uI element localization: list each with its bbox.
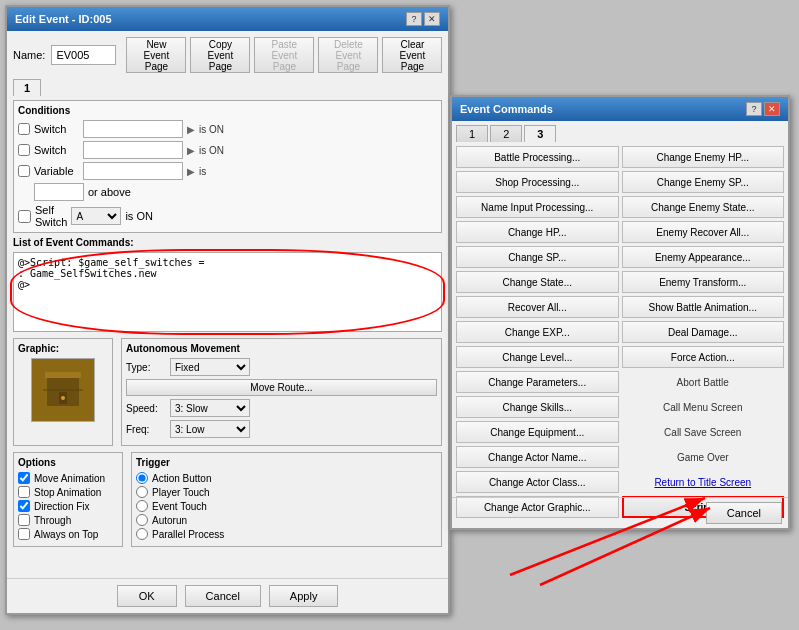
- trigger-autorun-radio[interactable]: [136, 514, 148, 526]
- speed-label: Speed:: [126, 403, 166, 414]
- variable-label: Variable: [34, 165, 79, 177]
- cancel-button-main[interactable]: Cancel: [185, 585, 261, 607]
- change-exp-button[interactable]: Change EXP...: [456, 321, 619, 343]
- switch2-row: Switch ▶ is ON: [18, 141, 437, 159]
- options-box: Options Move Animation Stop Animation Di…: [13, 452, 123, 547]
- ec-help-button[interactable]: ?: [746, 102, 762, 116]
- variable-spinner[interactable]: [34, 183, 84, 201]
- battle-processing-button[interactable]: Battle Processing...: [456, 146, 619, 168]
- game-over-text[interactable]: Game Over: [622, 446, 785, 468]
- ok-button[interactable]: OK: [117, 585, 177, 607]
- variable-input[interactable]: [83, 162, 183, 180]
- ec-tab-3[interactable]: 3: [524, 125, 556, 142]
- variable-row: Variable ▶ is: [18, 162, 437, 180]
- switch2-input[interactable]: [83, 141, 183, 159]
- main-window-title: Edit Event - ID:005: [15, 13, 112, 25]
- graphic-preview[interactable]: [31, 358, 95, 422]
- ec-tab-2[interactable]: 2: [490, 125, 522, 142]
- trigger-player-touch-radio[interactable]: [136, 486, 148, 498]
- type-select[interactable]: Fixed Random Approach Custom: [170, 358, 250, 376]
- close-button[interactable]: ✕: [424, 12, 440, 26]
- trigger-action-button-radio[interactable]: [136, 472, 148, 484]
- change-level-button[interactable]: Change Level...: [456, 346, 619, 368]
- apply-button[interactable]: Apply: [269, 585, 339, 607]
- delete-event-page-button[interactable]: DeleteEvent Page: [318, 37, 378, 73]
- change-skills-button[interactable]: Change Skills...: [456, 396, 619, 418]
- enemy-appearance-button[interactable]: Enemy Appearance...: [622, 246, 785, 268]
- event-commands-list[interactable]: @>Script: $game_self_switches = : Game_S…: [13, 252, 442, 332]
- enemy-transform-button[interactable]: Enemy Transform...: [622, 271, 785, 293]
- variable-checkbox[interactable]: [18, 165, 30, 177]
- switch2-checkbox[interactable]: [18, 144, 30, 156]
- always-on-top-checkbox[interactable]: [18, 528, 30, 540]
- ec-title-bar: Event Commands ? ✕: [452, 97, 788, 121]
- through-label: Through: [34, 515, 71, 526]
- clear-event-page-button[interactable]: ClearEvent Page: [382, 37, 442, 73]
- abort-battle-text[interactable]: Abort Battle: [622, 371, 785, 393]
- shop-processing-button[interactable]: Shop Processing...: [456, 171, 619, 193]
- change-state-button[interactable]: Change State...: [456, 271, 619, 293]
- trigger-autorun-label: Autorun: [152, 515, 187, 526]
- ec-close-button[interactable]: ✕: [764, 102, 780, 116]
- trigger-event-touch-radio[interactable]: [136, 500, 148, 512]
- change-enemy-sp-button[interactable]: Change Enemy SP...: [622, 171, 785, 193]
- new-event-page-button[interactable]: NewEvent Page: [126, 37, 186, 73]
- switch1-checkbox[interactable]: [18, 123, 30, 135]
- ec-tab-1[interactable]: 1: [456, 125, 488, 142]
- trigger-parallel-process-radio[interactable]: [136, 528, 148, 540]
- name-label: Name:: [13, 49, 45, 61]
- move-route-button[interactable]: Move Route...: [126, 379, 437, 396]
- switch1-input[interactable]: [83, 120, 183, 138]
- force-action-button[interactable]: Force Action...: [622, 346, 785, 368]
- ec-cancel-button[interactable]: Cancel: [706, 502, 782, 524]
- direction-fix-checkbox[interactable]: [18, 500, 30, 512]
- name-input-processing-button[interactable]: Name Input Processing...: [456, 196, 619, 218]
- freq-row: Freq: 1: Lowest 2: Lower 3: Low 4: High …: [126, 420, 437, 438]
- toolbar-buttons: NewEvent Page CopyEvent Page PasteEvent …: [126, 37, 442, 73]
- svg-point-3: [61, 396, 65, 400]
- change-enemy-state-button[interactable]: Change Enemy State...: [622, 196, 785, 218]
- trigger-event-touch-label: Event Touch: [152, 501, 207, 512]
- show-battle-animation-button[interactable]: Show Battle Animation...: [622, 296, 785, 318]
- change-hp-button[interactable]: Change HP...: [456, 221, 619, 243]
- return-to-title-screen-text[interactable]: Return to Title Screen: [622, 471, 785, 493]
- move-animation-label: Move Animation: [34, 473, 105, 484]
- options-trigger-section: Options Move Animation Stop Animation Di…: [13, 452, 442, 547]
- name-input[interactable]: [51, 45, 116, 65]
- change-parameters-button[interactable]: Change Parameters...: [456, 371, 619, 393]
- ec-body: Battle Processing... Change Enemy HP... …: [452, 142, 788, 522]
- through-checkbox[interactable]: [18, 514, 30, 526]
- change-equipment-button[interactable]: Change Equipment...: [456, 421, 619, 443]
- move-animation-row: Move Animation: [18, 472, 118, 484]
- trigger-action-button-label: Action Button: [152, 473, 211, 484]
- self-switch-checkbox[interactable]: [18, 210, 31, 223]
- lower-section: Graphic: Autonomous Movement: [13, 338, 442, 446]
- change-enemy-hp-button[interactable]: Change Enemy HP...: [622, 146, 785, 168]
- speed-select[interactable]: 1: Slowest 2: Slower 3: Slow 4: Fast 5: …: [170, 399, 250, 417]
- change-actor-name-button[interactable]: Change Actor Name...: [456, 446, 619, 468]
- freq-select[interactable]: 1: Lowest 2: Lower 3: Low 4: High 5: Hig…: [170, 420, 250, 438]
- move-animation-checkbox[interactable]: [18, 472, 30, 484]
- deal-damage-button[interactable]: Deal Damage...: [622, 321, 785, 343]
- copy-event-page-button[interactable]: CopyEvent Page: [190, 37, 250, 73]
- conditions-title: Conditions: [18, 105, 437, 116]
- event-command-line-3: @>: [18, 279, 437, 290]
- trigger-action-button-row: Action Button: [136, 472, 437, 484]
- self-switch-select[interactable]: ABCD: [71, 207, 121, 225]
- event-commands-panel: Event Commands ? ✕ 1 2 3 Battle Processi…: [450, 95, 790, 530]
- tab-1[interactable]: 1: [13, 79, 41, 96]
- enemy-recover-all-button[interactable]: Enemy Recover All...: [622, 221, 785, 243]
- switch2-arrow: ▶: [187, 145, 195, 156]
- call-menu-screen-text[interactable]: Call Menu Screen: [622, 396, 785, 418]
- help-button[interactable]: ?: [406, 12, 422, 26]
- recover-all-button[interactable]: Recover All...: [456, 296, 619, 318]
- options-title: Options: [18, 457, 118, 468]
- change-actor-class-button[interactable]: Change Actor Class...: [456, 471, 619, 493]
- trigger-title: Trigger: [136, 457, 437, 468]
- paste-event-page-button[interactable]: PasteEvent Page: [254, 37, 314, 73]
- stop-animation-checkbox[interactable]: [18, 486, 30, 498]
- bottom-buttons: OK Cancel Apply: [7, 578, 448, 613]
- change-sp-button[interactable]: Change SP...: [456, 246, 619, 268]
- call-save-screen-text[interactable]: Call Save Screen: [622, 421, 785, 443]
- event-command-line-2: : Game_SelfSwitches.new: [18, 268, 437, 279]
